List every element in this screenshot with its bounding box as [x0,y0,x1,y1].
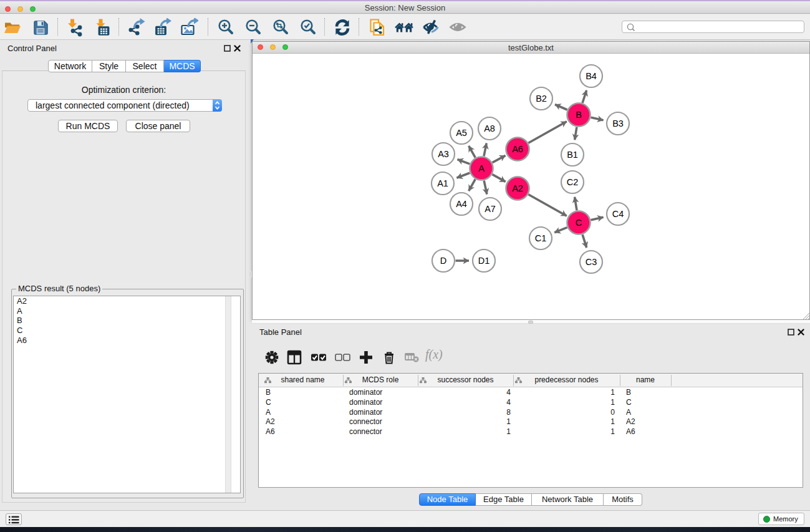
svg-text:A2: A2 [512,183,523,193]
svg-text:B1: B1 [567,150,578,160]
svg-text:B3: B3 [612,118,624,128]
svg-text:B2: B2 [536,94,547,104]
svg-text:A4: A4 [456,199,467,209]
svg-text:C2: C2 [567,177,579,187]
svg-text:A6: A6 [512,144,523,154]
svg-text:B: B [576,110,582,120]
svg-text:C3: C3 [586,257,597,267]
svg-text:D1: D1 [478,256,490,266]
svg-text:C1: C1 [535,233,547,243]
svg-text:A: A [478,163,485,173]
svg-text:A3: A3 [438,149,449,159]
svg-text:A8: A8 [484,123,495,133]
svg-text:B4: B4 [586,71,597,81]
svg-text:A1: A1 [437,178,448,188]
svg-text:C4: C4 [612,209,624,219]
svg-text:A5: A5 [456,128,467,138]
svg-text:C: C [576,218,582,228]
svg-text:D: D [440,256,446,266]
svg-text:A7: A7 [485,204,496,214]
